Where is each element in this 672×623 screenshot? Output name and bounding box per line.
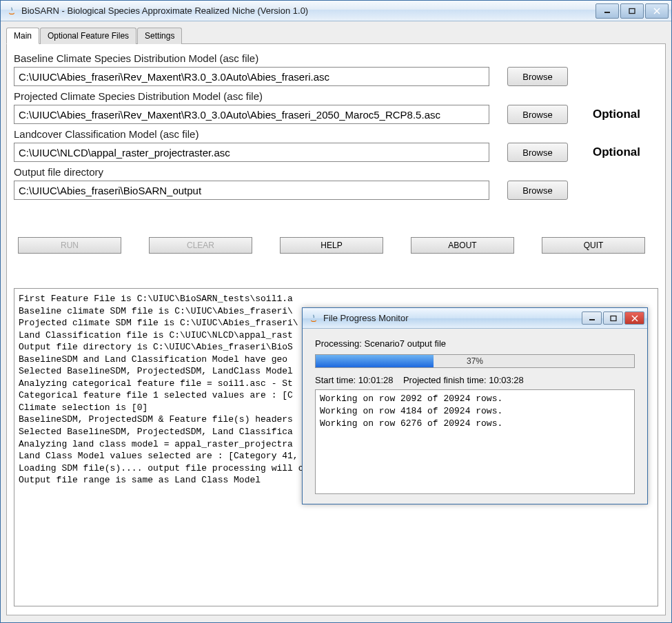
projected-optional-label: Optional <box>593 108 640 121</box>
tab-main[interactable]: Main <box>6 28 39 44</box>
tab-optional-feature-files[interactable]: Optional Feature Files <box>40 28 136 44</box>
progress-content: Processing: Scenario7 output file 37% St… <box>303 329 647 504</box>
baseline-input[interactable] <box>14 67 489 86</box>
projected-input[interactable] <box>14 105 489 124</box>
clear-button[interactable]: CLEAR <box>149 237 252 254</box>
run-button[interactable]: RUN <box>18 237 121 254</box>
finish-time-label: Projected finish time: 10:03:28 <box>403 375 524 385</box>
projected-field: Projected Climate Species Distribution M… <box>14 90 658 124</box>
about-button[interactable]: ABOUT <box>411 237 514 254</box>
maximize-button[interactable] <box>620 3 644 19</box>
svg-rect-5 <box>611 316 616 320</box>
main-window-title: BioSARN - Biological Species Approximate… <box>21 6 595 16</box>
output-browse-button[interactable]: Browse <box>507 181 568 200</box>
progress-window-title: File Progress Monitor <box>323 313 582 323</box>
landcover-field: Landcover Classification Model (asc file… <box>14 128 658 162</box>
landcover-optional-label: Optional <box>593 145 640 159</box>
progress-titlebar[interactable]: File Progress Monitor <box>303 308 647 329</box>
java-icon <box>6 6 17 17</box>
minimize-button[interactable] <box>595 3 619 19</box>
progress-percent: 37% <box>316 355 634 367</box>
tabs: Main Optional Feature Files Settings <box>6 27 666 44</box>
tab-settings[interactable]: Settings <box>137 28 182 44</box>
help-button[interactable]: HELP <box>280 237 383 254</box>
progress-window: File Progress Monitor Processing: Scenar… <box>302 307 648 504</box>
progress-minimize-button[interactable] <box>582 312 602 325</box>
baseline-browse-button[interactable]: Browse <box>507 67 568 86</box>
baseline-label: Baseline Climate Species Distribution Mo… <box>14 52 658 64</box>
main-titlebar[interactable]: BioSARN - Biological Species Approximate… <box>1 1 671 21</box>
progress-log[interactable]: Working on row 2092 of 20924 rows. Worki… <box>315 389 635 494</box>
output-field: Output file directory Browse <box>14 166 658 200</box>
time-row: Start time: 10:01:28 Projected finish ti… <box>315 375 635 385</box>
projected-browse-button[interactable]: Browse <box>507 105 568 124</box>
landcover-input[interactable] <box>14 143 489 162</box>
processing-label: Processing: Scenario7 output file <box>315 338 635 349</box>
landcover-browse-button[interactable]: Browse <box>507 143 568 162</box>
close-button[interactable] <box>645 3 669 19</box>
svg-rect-1 <box>629 8 635 13</box>
progress-close-button[interactable] <box>624 312 644 325</box>
java-icon <box>308 313 319 324</box>
action-row: RUN CLEAR HELP ABOUT QUIT <box>14 237 658 254</box>
start-time-label: Start time: 10:01:28 <box>315 375 393 385</box>
progress-maximize-button[interactable] <box>603 312 623 325</box>
output-label: Output file directory <box>14 166 658 178</box>
output-input[interactable] <box>14 181 489 200</box>
quit-button[interactable]: QUIT <box>542 237 645 254</box>
progress-bar: 37% <box>315 354 635 368</box>
baseline-field: Baseline Climate Species Distribution Mo… <box>14 52 658 86</box>
main-window-controls <box>595 3 669 19</box>
progress-window-controls <box>582 312 644 325</box>
landcover-label: Landcover Classification Model (asc file… <box>14 128 658 140</box>
projected-label: Projected Climate Species Distribution M… <box>14 90 658 102</box>
